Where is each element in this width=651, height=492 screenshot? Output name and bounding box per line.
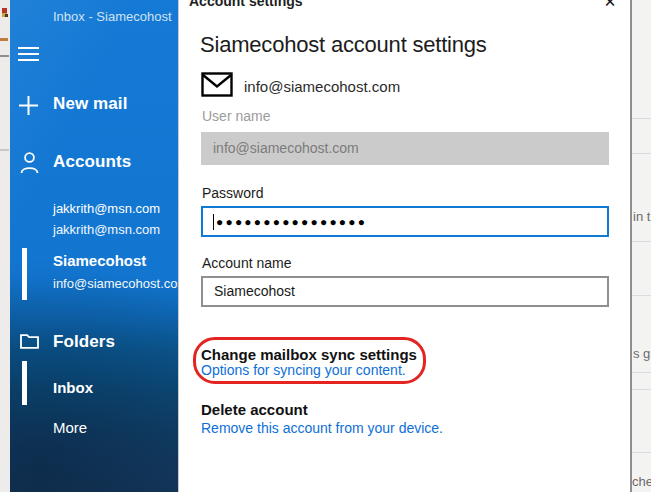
message-list-sliver: in t s g che (632, 0, 651, 492)
account-email: jakkrith@msn.com (53, 222, 160, 237)
sidebar-item-folders[interactable]: Folders (10, 332, 178, 356)
list-divider (632, 372, 651, 373)
password-dots: ●●●●●●●●●●●●●●●● (216, 216, 367, 228)
account-name: Siamecohost (53, 252, 146, 269)
account-email-address: info@siamecohost.com (244, 78, 400, 95)
plus-icon (18, 95, 39, 116)
account-settings-dialog: Account settings ✕ Siamecohost account s… (178, 0, 632, 492)
new-mail-label: New mail (53, 94, 128, 114)
clipped-message-text: che (632, 474, 651, 489)
mail-app-window: Inbox - Siamecohost New mail Accounts ja… (0, 0, 651, 492)
desktop-fragment (0, 38, 8, 41)
accounts-label: Accounts (53, 152, 131, 172)
selection-indicator (22, 361, 27, 405)
clipped-message-text: s g (633, 346, 650, 361)
person-icon (20, 152, 39, 174)
list-divider (632, 241, 651, 242)
account-name-field[interactable]: Siamecohost (201, 276, 609, 307)
sidebar-item-more[interactable]: More (53, 419, 87, 436)
password-label: Password (202, 185, 263, 201)
desktop-fragment (5, 14, 8, 17)
selection-indicator (22, 248, 27, 300)
list-divider (632, 118, 651, 119)
list-divider (632, 295, 651, 296)
envelope-icon (201, 72, 233, 97)
username-field: info@siamecohost.com (201, 132, 609, 165)
clipped-message-text: in t (633, 209, 650, 224)
dialog-header-title: Account settings (189, 0, 303, 9)
hamburger-menu-icon[interactable] (18, 46, 40, 63)
delete-account-title[interactable]: Delete account (201, 401, 308, 418)
sidebar-item-accounts[interactable]: Accounts (10, 152, 178, 176)
account-name-label: Account name (202, 255, 292, 271)
username-label: User name (202, 108, 270, 124)
account-name: jakkrith@msn.com (53, 201, 160, 216)
list-divider (632, 452, 651, 453)
password-field[interactable]: ●●●●●●●●●●●●●●●● (201, 206, 609, 237)
account-email: info@siamecohost.com (53, 276, 178, 291)
folder-icon (20, 334, 39, 349)
inbox-label: Inbox (53, 379, 93, 396)
sync-settings-link[interactable]: Options for syncing your content. (201, 362, 406, 378)
text-caret (213, 214, 214, 230)
window-title: Inbox - Siamecohost (53, 9, 172, 24)
dialog-title: Siamecohost account settings (200, 32, 487, 58)
mail-sidebar: Inbox - Siamecohost New mail Accounts ja… (10, 0, 178, 492)
close-icon[interactable]: ✕ (598, 0, 622, 12)
sync-settings-title[interactable]: Change mailbox sync settings (201, 346, 417, 363)
list-divider (632, 389, 651, 390)
folders-label: Folders (53, 332, 115, 352)
sidebar-item-new-mail[interactable]: New mail (10, 94, 178, 118)
delete-account-link[interactable]: Remove this account from your device. (201, 420, 443, 436)
desktop-fragment (0, 149, 9, 151)
desktop-edge-sliver (0, 0, 10, 492)
list-divider (632, 153, 651, 154)
desktop-fragment (0, 55, 9, 57)
